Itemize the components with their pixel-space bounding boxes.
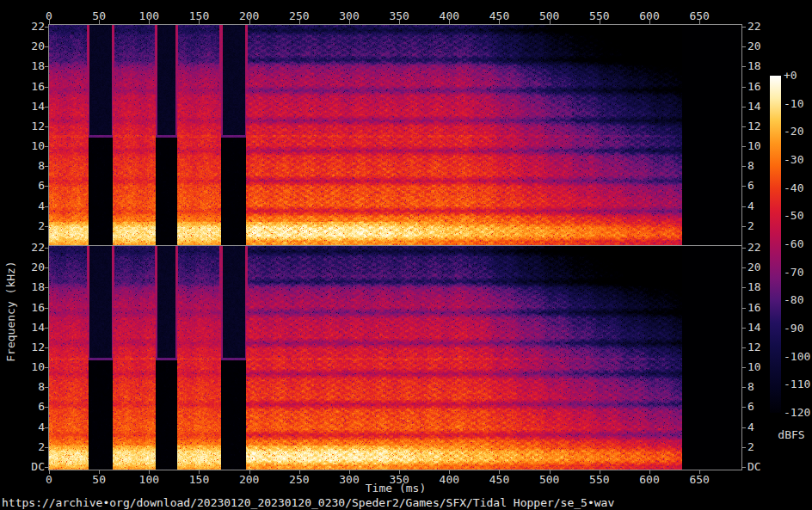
freq-tick-mark	[45, 267, 49, 268]
freq-tick-label: 12	[747, 120, 761, 132]
time-tick-label: 400	[440, 10, 459, 22]
freq-tick-mark	[45, 328, 49, 329]
freq-tick-mark	[45, 347, 49, 348]
time-tick-label: 650	[689, 474, 709, 486]
freq-tick-mark	[741, 107, 746, 108]
time-tick-label: 300	[339, 10, 359, 22]
freq-tick-mark	[45, 146, 49, 147]
freq-tick-label: 22	[10, 21, 45, 33]
freq-tick-mark	[741, 66, 746, 67]
freq-tick-mark	[741, 186, 746, 187]
freq-tick-label: 16	[747, 302, 761, 314]
spectrogram-window: 050100150200250300350400450500550600650 …	[0, 0, 812, 510]
freq-tick-label: 4	[10, 421, 45, 433]
time-tick-label: 150	[189, 474, 209, 486]
freq-tick-label: 18	[747, 60, 761, 72]
time-tick-label: 50	[92, 474, 106, 486]
freq-tick-mark	[45, 447, 49, 448]
time-tick-label: 250	[289, 474, 309, 486]
colorbar-tick-label: +0	[784, 70, 797, 82]
freq-tick-mark	[741, 126, 746, 127]
freq-tick-label: 18	[747, 281, 761, 293]
time-tick-label: 200	[239, 474, 259, 486]
time-tick-label: 500	[539, 474, 559, 486]
freq-tick-label: 8	[747, 381, 754, 393]
freq-tick-mark	[45, 407, 49, 408]
freq-tick-label: 10	[747, 361, 761, 373]
time-tick-label: 450	[489, 10, 509, 22]
freq-tick-label: 16	[747, 81, 761, 93]
freq-tick-mark	[741, 87, 746, 88]
colorbar-tick-label: -50	[784, 210, 803, 222]
freq-tick-mark	[45, 66, 49, 67]
freq-tick-mark	[45, 166, 49, 167]
freq-tick-mark	[741, 367, 746, 368]
freq-tick-mark	[45, 126, 49, 127]
time-tick-label: 100	[139, 10, 159, 22]
freq-tick-mark	[741, 407, 746, 408]
colorbar-tick-label: -90	[784, 323, 803, 335]
freq-tick-label: 8	[747, 160, 754, 172]
time-tick-label: 0	[46, 10, 52, 22]
freq-tick-mark	[45, 226, 49, 227]
freq-tick-mark	[741, 427, 746, 428]
freq-tick-label: 10	[747, 140, 761, 152]
freq-axis-title: Frequency (kHz)	[4, 217, 18, 406]
time-tick-label: 50	[92, 10, 106, 22]
time-tick-label: 450	[489, 474, 509, 486]
freq-tick-mark	[741, 308, 746, 309]
time-axis-title: Time (ms)	[342, 482, 449, 495]
colorbar-tick-label: -10	[784, 98, 803, 110]
time-tick-label: 500	[539, 10, 559, 22]
colorbar-gradient	[770, 76, 781, 413]
colorbar-tick-label: -30	[784, 154, 803, 166]
freq-tick-mark	[45, 427, 49, 428]
freq-tick-mark	[741, 328, 746, 329]
time-tick-label: 600	[639, 10, 659, 22]
colorbar-tick-label: -80	[784, 294, 803, 306]
colorbar-tick-label: -110	[784, 378, 810, 390]
freq-tick-label: 2	[747, 220, 754, 232]
file-url-text: https://archive•org/download/20230120_20…	[2, 496, 614, 509]
freq-tick-label: 2	[747, 441, 754, 453]
freq-tick-label: 18	[10, 60, 45, 72]
freq-tick-label: 2	[10, 441, 45, 453]
freq-tick-mark	[45, 206, 49, 207]
freq-tick-label: 22	[747, 21, 761, 33]
freq-tick-mark	[45, 46, 49, 47]
spectrogram-channel-left	[49, 25, 741, 245]
colorbar-tick-label: -120	[784, 407, 810, 419]
freq-tick-mark	[741, 467, 746, 468]
colorbar-tick-label: -40	[784, 182, 803, 194]
time-tick-label: 250	[289, 10, 309, 22]
colorbar-unit-label: dBFS	[772, 428, 811, 441]
time-tick-label: 100	[139, 474, 159, 486]
freq-tick-mark	[45, 107, 49, 108]
freq-tick-label: 6	[10, 180, 45, 192]
freq-tick-label: 8	[10, 160, 45, 172]
time-tick-label: 600	[639, 474, 659, 486]
freq-tick-mark	[741, 447, 746, 448]
freq-tick-mark	[741, 387, 746, 388]
freq-tick-mark	[741, 46, 746, 47]
freq-tick-mark	[741, 248, 746, 249]
freq-tick-label: 14	[747, 101, 761, 113]
freq-tick-label: 12	[10, 120, 45, 132]
freq-tick-mark	[45, 387, 49, 388]
freq-tick-label: 14	[747, 322, 761, 334]
freq-tick-label: 6	[747, 180, 754, 192]
time-tick-label: 200	[239, 10, 259, 22]
freq-tick-label: 4	[10, 200, 45, 212]
time-tick-label: 0	[46, 474, 52, 486]
freq-tick-mark	[45, 248, 49, 249]
freq-tick-label: 4	[747, 200, 754, 212]
freq-tick-mark	[741, 267, 746, 268]
channel-divider	[49, 245, 741, 246]
freq-tick-mark	[741, 347, 746, 348]
freq-tick-label: 22	[747, 242, 761, 254]
freq-tick-label: 16	[10, 81, 45, 93]
freq-tick-label: DC	[747, 461, 761, 473]
spectrogram-channel-right	[49, 246, 741, 470]
freq-tick-mark	[741, 166, 746, 167]
freq-tick-mark	[45, 367, 49, 368]
